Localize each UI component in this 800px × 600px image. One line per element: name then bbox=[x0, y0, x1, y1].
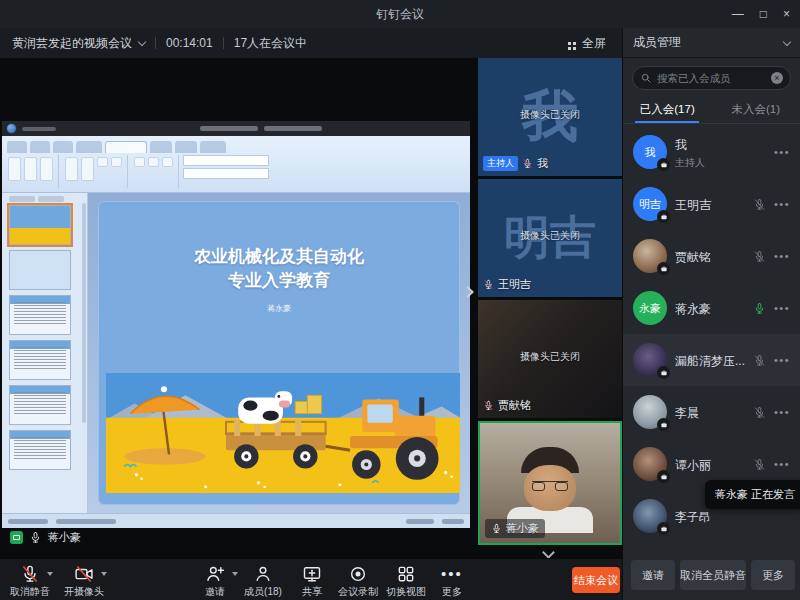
minimize-button[interactable]: — bbox=[732, 7, 744, 21]
office-orb-icon[interactable] bbox=[6, 123, 17, 134]
more-button[interactable]: ••• 更多 bbox=[417, 564, 487, 599]
fullscreen-button[interactable]: 全屏 bbox=[568, 28, 606, 58]
chevron-down-icon[interactable] bbox=[783, 37, 791, 45]
close-button[interactable]: × bbox=[783, 7, 790, 21]
slide-thumbnail-3[interactable] bbox=[9, 295, 71, 335]
member-more-button[interactable]: ••• bbox=[774, 146, 790, 158]
camera-off-badge-icon bbox=[657, 522, 670, 535]
host-badge: 主持人 bbox=[483, 156, 518, 171]
outline-tabs[interactable] bbox=[9, 196, 77, 202]
camera-button[interactable]: 开摄像头 bbox=[49, 564, 119, 599]
member-search[interactable]: × bbox=[632, 66, 791, 90]
camera-off-text: 摄像头已关闭 bbox=[478, 350, 622, 364]
member-row[interactable]: 永豪 蒋永豪 ••• bbox=[623, 282, 800, 334]
video-tile-me[interactable]: 我 摄像头已关闭 主持人 我 bbox=[478, 58, 622, 176]
avatar bbox=[633, 499, 667, 533]
unmute-all-button[interactable]: 取消全员静音 bbox=[680, 560, 746, 590]
thumbnail-scrollbar[interactable] bbox=[82, 203, 86, 423]
member-more-button[interactable]: ••• bbox=[774, 354, 790, 366]
ribbon-group bbox=[132, 155, 179, 188]
avatar: 永豪 bbox=[633, 291, 667, 325]
member-row[interactable]: 漏船清梦压... ••• bbox=[623, 334, 800, 386]
ribbon-button[interactable] bbox=[162, 157, 173, 167]
video-tile-jiaxianming[interactable]: 摄像头已关闭 贾献铭 bbox=[478, 300, 622, 418]
tile-name: 贾献铭 bbox=[498, 398, 531, 413]
ppt-ribbon bbox=[2, 136, 470, 193]
meeting-toolbar: 取消静音 开摄像头 邀请 成员(18) 共享 会议录制 切换视图 bbox=[0, 558, 622, 600]
ribbon-tab[interactable] bbox=[76, 141, 102, 153]
current-slide: 农业机械化及其自动化 专业入学教育 蒋永豪 bbox=[98, 201, 460, 505]
ribbon-button[interactable] bbox=[148, 157, 159, 167]
member-more-button[interactable]: ••• bbox=[774, 198, 790, 210]
tab-joined[interactable]: 已入会(17) bbox=[623, 96, 712, 123]
mic-active-icon bbox=[753, 302, 766, 315]
slide-thumbnail-4[interactable] bbox=[9, 340, 71, 380]
slide-thumbnail-5[interactable] bbox=[9, 385, 71, 425]
chevron-down-icon[interactable] bbox=[138, 38, 146, 46]
tab-not-joined[interactable]: 未入会(1) bbox=[712, 96, 800, 123]
member-more-button[interactable]: ••• bbox=[774, 302, 790, 314]
ppt-statusbar bbox=[2, 513, 470, 528]
ribbon-group bbox=[63, 155, 128, 188]
screen-share-icon bbox=[10, 531, 23, 544]
ribbon-tab[interactable] bbox=[30, 141, 50, 153]
grid-view-icon bbox=[396, 564, 416, 584]
ribbon-button[interactable] bbox=[40, 157, 53, 181]
member-tabs: 已入会(17) 未入会(1) bbox=[623, 96, 800, 124]
window-titlebar: 钉钉会议 — □ × bbox=[0, 0, 800, 28]
search-input[interactable] bbox=[657, 72, 766, 84]
slide-editing-area: 农业机械化及其自动化 专业入学教育 蒋永豪 bbox=[88, 193, 470, 513]
person-icon bbox=[253, 564, 273, 584]
member-more-button[interactable]: ••• bbox=[774, 406, 790, 418]
video-tile-speaker[interactable]: 蒋小豪 bbox=[478, 421, 622, 545]
member-more-button[interactable]: ••• bbox=[774, 458, 790, 470]
more-videos-chevron-icon[interactable] bbox=[542, 546, 555, 559]
ribbon-combo-box[interactable] bbox=[183, 155, 269, 181]
camera-off-text: 摄像头已关闭 bbox=[478, 108, 622, 122]
camera-off-badge-icon bbox=[657, 470, 670, 483]
member-name: 李子昂 bbox=[675, 510, 711, 524]
member-more-button[interactable]: ••• bbox=[774, 250, 790, 262]
camera-off-badge-icon bbox=[657, 418, 670, 431]
avatar bbox=[633, 447, 667, 481]
ribbon-tab[interactable] bbox=[175, 141, 197, 153]
video-strip: 我 摄像头已关闭 主持人 我 明吉 摄像头已关闭 王明吉 摄像头已关闭 bbox=[478, 58, 622, 558]
video-tile-wangmingji[interactable]: 明吉 摄像头已关闭 王明吉 bbox=[478, 179, 622, 297]
member-role: 主持人 bbox=[675, 156, 766, 170]
slide-thumbnail-2[interactable] bbox=[9, 250, 71, 290]
member-row[interactable]: 贾献铭 ••• bbox=[623, 230, 800, 282]
panel-footer: 邀请 取消全员静音 更多 bbox=[631, 560, 792, 590]
ppt-ribbon-tabs bbox=[2, 136, 470, 153]
panel-more-button[interactable]: 更多 bbox=[751, 560, 795, 590]
ribbon-button[interactable] bbox=[65, 157, 78, 181]
member-name: 我 bbox=[675, 138, 687, 152]
ribbon-button[interactable] bbox=[134, 157, 145, 167]
ribbon-tab[interactable] bbox=[7, 141, 27, 153]
shared-screen-area: 农业机械化及其自动化 专业入学教育 蒋永豪 bbox=[0, 58, 622, 558]
ribbon-button[interactable] bbox=[8, 157, 21, 181]
ribbon-button[interactable] bbox=[81, 157, 94, 181]
camera-off-icon bbox=[74, 564, 94, 584]
slide-thumbnail-1[interactable] bbox=[9, 205, 71, 245]
ribbon-button[interactable] bbox=[97, 157, 108, 167]
mic-muted-icon bbox=[483, 279, 494, 290]
window-title: 钉钉会议 bbox=[376, 6, 424, 23]
record-icon bbox=[348, 564, 368, 584]
clear-search-icon[interactable]: × bbox=[771, 72, 783, 84]
ribbon-tab[interactable] bbox=[150, 141, 172, 153]
meeting-title[interactable]: 黄润芸发起的视频会议 bbox=[12, 35, 132, 52]
member-row[interactable]: 明吉 王明吉 ••• bbox=[623, 178, 800, 230]
ribbon-button[interactable] bbox=[24, 157, 37, 181]
invite-member-button[interactable]: 邀请 bbox=[631, 560, 675, 590]
ellipsis-icon: ••• bbox=[417, 564, 487, 584]
member-row[interactable]: 李晨 ••• bbox=[623, 386, 800, 438]
maximize-button[interactable]: □ bbox=[760, 7, 767, 21]
ribbon-tab-active[interactable] bbox=[105, 141, 147, 153]
ribbon-tab[interactable] bbox=[53, 141, 73, 153]
end-meeting-button[interactable]: 结束会议 bbox=[572, 567, 620, 593]
slide-thumbnail-6[interactable] bbox=[9, 430, 71, 470]
ribbon-tab[interactable] bbox=[200, 141, 226, 153]
caret-down-icon[interactable] bbox=[101, 572, 107, 576]
ribbon-button[interactable] bbox=[111, 157, 122, 167]
member-row[interactable]: 我 我主持人 ••• bbox=[623, 126, 800, 178]
